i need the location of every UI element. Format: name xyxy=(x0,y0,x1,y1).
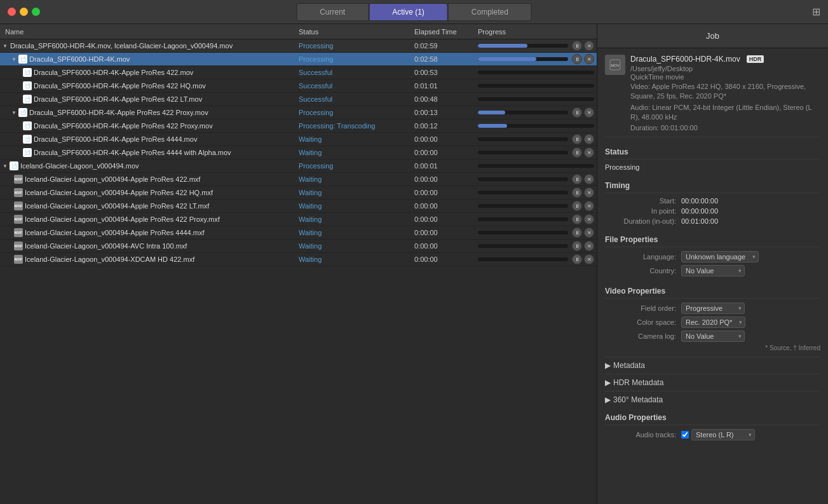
360-metadata-toggle[interactable]: ▶ 360° Metadata xyxy=(605,395,820,404)
table-row[interactable]: MXF Iceland-Glacier-Lagoon_v000494-AVC I… xyxy=(0,240,597,253)
table-row[interactable]: MXF Iceland-Glacier-Lagoon_v000494-Apple… xyxy=(0,213,597,226)
table-row[interactable]: MXF Iceland-Glacier-Lagoon_v000494-Apple… xyxy=(0,186,597,200)
row-elapsed: 0:00:00 xyxy=(414,175,478,183)
row-status: Processing xyxy=(299,42,414,50)
detail-duration: Duration: 00:01:00:00 xyxy=(630,124,820,132)
stop-button[interactable]: ✕ xyxy=(584,241,594,251)
pause-button[interactable]: ⏸ xyxy=(572,214,582,224)
progress-bar xyxy=(478,257,568,261)
pause-button[interactable]: ⏸ xyxy=(572,54,582,64)
tab-current[interactable]: Current xyxy=(296,3,369,21)
table-row[interactable]: 📄 Dracula_SPF6000-HDR-4K-Apple ProRes 44… xyxy=(0,146,597,160)
stop-button[interactable]: ✕ xyxy=(584,201,594,211)
row-status: Waiting xyxy=(299,242,414,250)
minimize-button[interactable] xyxy=(20,8,28,16)
video-properties-footnote: * Source, † Inferred xyxy=(605,343,820,353)
progress-bar xyxy=(478,164,594,168)
expand-icon: ▼ xyxy=(3,163,8,168)
row-elapsed: 0:02:59 xyxy=(414,42,478,50)
row-progress: ⏸ ✕ xyxy=(478,134,594,144)
row-name: MXF Iceland-Glacier-Lagoon_v000494-Apple… xyxy=(3,188,299,197)
job-list-panel: Name Status Elapsed Time Progress ▼ Drac… xyxy=(0,24,597,504)
stop-button[interactable]: ✕ xyxy=(584,187,594,198)
pause-button[interactable]: ⏸ xyxy=(572,228,582,238)
row-controls: ⏸ ✕ xyxy=(572,228,594,238)
row-name: ▼ 📄 Dracula_SPF6000-HDR-4K.mov xyxy=(3,55,299,64)
pause-button[interactable]: ⏸ xyxy=(572,147,582,158)
row-status: Processing xyxy=(299,109,414,116)
audio-tracks-dropdown[interactable]: Stereo (L R) xyxy=(691,429,755,440)
table-row[interactable]: ▼ 📄 Dracula_SPF6000-HDR-4K.mov Processin… xyxy=(0,53,597,66)
audio-tracks-checkbox[interactable] xyxy=(681,431,689,439)
table-row[interactable]: MXF Iceland-Glacier-Lagoon_v000494-XDCAM… xyxy=(0,253,597,266)
pause-button[interactable]: ⏸ xyxy=(572,241,582,251)
table-row[interactable]: 📄 Dracula_SPF6000-HDR-4K-Apple ProRes 44… xyxy=(0,133,597,146)
metadata-toggle[interactable]: ▶ Metadata xyxy=(605,361,820,370)
tab-active[interactable]: Active (1) xyxy=(369,3,448,21)
table-row[interactable]: 📄 Dracula_SPF6000-HDR-4K-Apple ProRes 42… xyxy=(0,93,597,106)
360-chevron-icon: ▶ xyxy=(605,395,611,404)
row-controls: ⏸ ✕ xyxy=(572,134,594,144)
table-row[interactable]: MXF Iceland-Glacier-Lagoon_v000494-Apple… xyxy=(0,173,597,186)
color-space-dropdown[interactable]: Rec. 2020 PQ* xyxy=(681,317,745,328)
table-row[interactable]: MXF Iceland-Glacier-Lagoon_v000494-Apple… xyxy=(0,226,597,240)
row-controls: ⏸ ✕ xyxy=(572,241,594,251)
row-controls: ⏸ ✕ xyxy=(572,54,594,64)
country-dropdown[interactable]: No Value xyxy=(681,265,745,276)
language-dropdown[interactable]: Unknown language xyxy=(681,251,759,262)
stop-button[interactable]: ✕ xyxy=(584,214,594,224)
progress-bar xyxy=(478,244,568,248)
progress-bar xyxy=(478,217,568,221)
row-status: Waiting xyxy=(299,255,414,263)
detail-video-properties-section: Video Properties Field order: Progressiv… xyxy=(605,282,820,353)
pause-button[interactable]: ⏸ xyxy=(572,187,582,198)
pause-button[interactable]: ⏸ xyxy=(572,41,582,51)
detail-filepath: /Users/jeffy/Desktop xyxy=(630,65,820,72)
detail-file-properties-section: File Properties Language: Unknown langua… xyxy=(605,230,820,278)
col-elapsed-header: Elapsed Time xyxy=(414,28,478,36)
row-elapsed: 0:00:00 xyxy=(414,215,478,223)
pause-button[interactable]: ⏸ xyxy=(572,134,582,144)
table-row[interactable]: ▼ 📄 Iceland-Glacier-Lagoon_v000494.mov P… xyxy=(0,160,597,173)
table-row[interactable]: 📄 Dracula_SPF6000-HDR-4K-Apple ProRes 42… xyxy=(0,79,597,93)
stop-button[interactable]: ✕ xyxy=(584,54,594,64)
menu-icon[interactable]: ⊞ xyxy=(812,6,820,18)
stop-button[interactable]: ✕ xyxy=(584,41,594,51)
progress-fill xyxy=(478,44,527,48)
pause-button[interactable]: ⏸ xyxy=(572,107,582,118)
stop-button[interactable]: ✕ xyxy=(584,254,594,264)
row-progress: ⏸ ✕ xyxy=(478,241,594,251)
row-elapsed: 0:00:00 xyxy=(414,202,478,210)
close-button[interactable] xyxy=(8,8,16,16)
camera-log-dropdown[interactable]: No Value xyxy=(681,330,745,342)
stop-button[interactable]: ✕ xyxy=(584,147,594,158)
table-row[interactable]: ▼ Dracula_SPF6000-HDR-4K.mov, Iceland-Gl… xyxy=(0,39,597,53)
progress-bar xyxy=(478,137,568,141)
pause-button[interactable]: ⏸ xyxy=(572,174,582,184)
table-row[interactable]: 📄 Dracula_SPF6000-HDR-4K-Apple ProRes 42… xyxy=(0,119,597,133)
progress-bar xyxy=(478,151,568,154)
file-thumbnail: MOV xyxy=(605,55,625,75)
pause-button[interactable]: ⏸ xyxy=(572,201,582,211)
maximize-button[interactable] xyxy=(32,8,40,16)
table-row[interactable]: ▼ 📄 Dracula_SPF6000-HDR-4K-Apple ProRes … xyxy=(0,106,597,119)
audio-tracks-row: Audio tracks: Stereo (L R) xyxy=(605,428,820,442)
row-name: ▼ Dracula_SPF6000-HDR-4K.mov, Iceland-Gl… xyxy=(3,42,299,50)
progress-fill xyxy=(478,57,536,61)
language-label: Language: xyxy=(605,253,681,261)
field-order-dropdown[interactable]: Progressive xyxy=(681,303,745,314)
row-progress: ⏸ ✕ xyxy=(478,107,594,118)
pause-button[interactable]: ⏸ xyxy=(572,254,582,264)
stop-button[interactable]: ✕ xyxy=(584,228,594,238)
hdr-metadata-toggle[interactable]: ▶ HDR Metadata xyxy=(605,378,820,387)
stop-button[interactable]: ✕ xyxy=(584,174,594,184)
tab-completed[interactable]: Completed xyxy=(448,3,532,21)
table-row[interactable]: MXF Iceland-Glacier-Lagoon_v000494-Apple… xyxy=(0,200,597,213)
audio-properties-header: Audio Properties xyxy=(605,408,820,425)
row-name: 📄 Dracula_SPF6000-HDR-4K-Apple ProRes 42… xyxy=(3,95,299,104)
expand-icon: ▼ xyxy=(11,110,17,115)
row-name: MXF Iceland-Glacier-Lagoon_v000494-Apple… xyxy=(3,175,299,184)
table-row[interactable]: 📄 Dracula_SPF6000-HDR-4K-Apple ProRes 42… xyxy=(0,66,597,79)
stop-button[interactable]: ✕ xyxy=(584,107,594,118)
stop-button[interactable]: ✕ xyxy=(584,134,594,144)
